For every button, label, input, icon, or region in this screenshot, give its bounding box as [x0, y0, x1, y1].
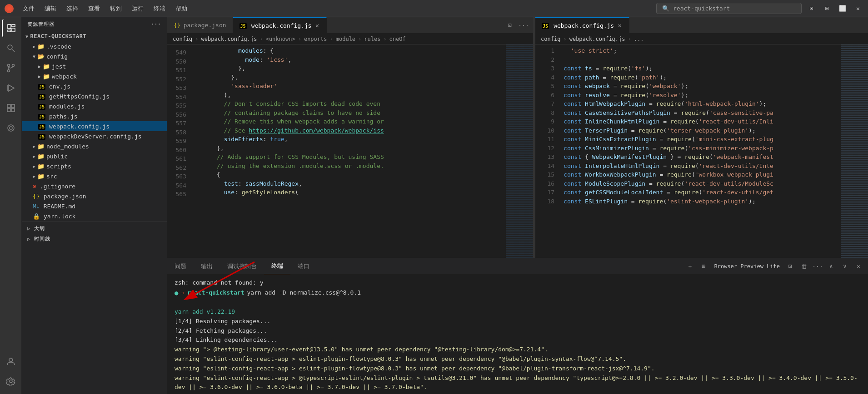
panel-tab-bar: 问题 输出 调试控制台 终端 端口 + ⊞ Browser Preview Li…	[167, 258, 868, 275]
json-file-icon: {}	[174, 22, 181, 29]
prompt-dir: react-quickstart	[187, 288, 244, 298]
tab-terminal[interactable]: 终端	[264, 258, 290, 274]
breadcrumb-oneof: oneOf	[389, 36, 406, 42]
prompt-command: yarn add -D normalize.css@^8.0.1	[247, 288, 361, 298]
tree-root[interactable]: ▼ REACT-QUICKSTART	[22, 31, 167, 41]
sidebar-more[interactable]: ···	[151, 21, 161, 27]
delete-terminal-button[interactable]: 🗑	[798, 261, 810, 272]
activity-account[interactable]	[2, 352, 20, 370]
menu-view[interactable]: 查看	[84, 3, 105, 15]
terminal-yarn-version: yarn add v1.22.19	[175, 307, 861, 317]
sidebar-item-yarnlock[interactable]: 🔒 yarn.lock	[22, 211, 167, 221]
sidebar-item-public[interactable]: ▶ 📁 public	[22, 151, 167, 161]
browser-preview-label: Browser Preview Lite	[712, 263, 783, 270]
js-file-icon: JS	[38, 133, 45, 140]
activity-git[interactable]	[2, 119, 20, 137]
window-controls: ⊡ ⊞ ⬜ ✕	[805, 4, 864, 14]
menu-run[interactable]: 运行	[127, 3, 148, 15]
sidebar-item-scripts[interactable]: ▶ 📁 scripts	[22, 161, 167, 171]
more-actions-button[interactable]: ···	[518, 20, 529, 31]
split-terminal-button[interactable]: ⊞	[698, 261, 710, 272]
layout-toggle[interactable]: ⊞	[821, 4, 833, 14]
tab-output[interactable]: 输出	[194, 258, 220, 274]
panel-toggle[interactable]: ⬜	[836, 4, 849, 14]
search-bar[interactable]: 🔍 react-quickstart	[656, 3, 802, 14]
menu-terminal[interactable]: 终端	[149, 3, 170, 15]
outline-section: ▷ 大纲 ▷ 时间线	[22, 221, 167, 246]
sidebar-item-paths[interactable]: JS paths.js	[22, 111, 167, 121]
panel-up-button[interactable]: ∧	[825, 261, 837, 272]
activity-explorer[interactable]	[2, 19, 20, 37]
sidebar-item-webpack[interactable]: ▶ 📁 webpack	[22, 71, 167, 81]
sidebar-item-src[interactable]: ▶ 📁 src	[22, 171, 167, 181]
menu-select[interactable]: 选择	[62, 3, 83, 15]
terminal-line: [3/4] Linking dependencies...	[175, 335, 861, 345]
sidebar-item-httpsconfig[interactable]: JS getHttpsConfig.js	[22, 91, 167, 101]
sidebar-item-config[interactable]: ▼ 📂 config	[22, 51, 167, 61]
sidebar-item-webpackconfig[interactable]: JS webpack.config.js	[22, 121, 167, 131]
tab-close-button[interactable]: ✕	[617, 22, 622, 29]
code-line: // containing package claims to have no …	[190, 108, 506, 118]
sidebar-item-jest[interactable]: ▶ 📁 jest	[22, 61, 167, 71]
tab-webpackconfig-right[interactable]: JS webpack.config.js ✕	[535, 17, 629, 33]
outline-header[interactable]: ▷ 大纲	[22, 223, 167, 234]
tree-label: package.json	[44, 193, 86, 200]
new-terminal-button[interactable]: +	[684, 261, 696, 272]
code-line: // See https://github.com/webpack/webpac…	[190, 126, 506, 135]
sidebar-item-webpackdevserver[interactable]: JS webpackDevServer.config.js	[22, 131, 167, 141]
panel-actions: + ⊞ Browser Preview Lite ⊡ 🗑 ··· ∧ ∨ ✕	[681, 258, 868, 274]
code-line: const path = require('path');	[558, 73, 841, 82]
tab-problems[interactable]: 问题	[167, 258, 194, 274]
timeline-header[interactable]: ▷ 时间线	[22, 234, 167, 244]
activity-extensions[interactable]	[2, 99, 20, 117]
maximize[interactable]: ✕	[852, 4, 864, 14]
activity-search[interactable]	[2, 39, 20, 57]
tab-label: package.json	[184, 22, 226, 29]
breadcrumb-config: config	[541, 36, 560, 42]
menu-goto[interactable]: 转到	[105, 3, 126, 15]
tree-label: modules.js	[49, 103, 85, 110]
maximize-panel-button[interactable]: ⊡	[784, 261, 796, 272]
sidebar-item-modules[interactable]: JS modules.js	[22, 101, 167, 111]
sidebar-item-nodemodules[interactable]: ▶ 📁 node_modules	[22, 141, 167, 151]
tab-debug-console[interactable]: 调试控制台	[220, 258, 264, 274]
svg-line-8	[12, 49, 15, 52]
code-line: const ESLintPlugin = require('eslint-web…	[558, 197, 841, 206]
tab-packagejson[interactable]: {} package.json	[167, 17, 233, 33]
tree-label: .gitignore	[40, 183, 75, 190]
tree-label: scripts	[46, 163, 71, 170]
tab-ports[interactable]: 端口	[290, 258, 317, 274]
menu-file[interactable]: 文件	[18, 3, 39, 15]
activity-run[interactable]	[2, 79, 20, 97]
terminal-warning-4: warning "eslint-config-react-app > @type…	[175, 374, 861, 393]
sidebar-item-packagejson[interactable]: {} package.json	[22, 191, 167, 201]
panel-down-button[interactable]: ∨	[839, 261, 851, 272]
menu-help[interactable]: 帮助	[171, 3, 192, 15]
code-line: mode: 'icss',	[190, 55, 506, 64]
tab-webpackconfig-left[interactable]: JS webpack.config.js ✕	[233, 17, 327, 33]
sidebar-item-env[interactable]: JS env.js	[22, 81, 167, 91]
code-line: const InterpolateHtmlPlugin = require('r…	[558, 162, 841, 171]
sidebar-item-gitignore[interactable]: ⊗ .gitignore	[22, 181, 167, 191]
activity-settings[interactable]	[2, 372, 20, 390]
breadcrumb-file: webpack.config.js	[201, 36, 257, 42]
app-logo	[4, 3, 15, 14]
split-editor-button[interactable]: ⊡	[504, 20, 516, 31]
editor-area: {} package.json JS webpack.config.js ✕ ⊡…	[167, 17, 868, 394]
tab-close-button[interactable]: ✕	[314, 22, 320, 29]
code-line: },	[190, 64, 506, 73]
more-panel-actions[interactable]: ···	[812, 261, 823, 272]
code-line	[558, 55, 841, 64]
terminal-text: [3/4] Linking dependencies...	[175, 336, 278, 343]
close-panel-button[interactable]: ✕	[853, 261, 864, 272]
sidebar-toggle[interactable]: ⊡	[805, 4, 818, 14]
folder-open-icon: 📂	[37, 53, 45, 60]
code-line: const CssMinimizerPlugin = require('css-…	[558, 144, 841, 153]
code-line: 'sass-loader'	[190, 82, 506, 91]
sidebar-item-vscode[interactable]: ▶ 📁 .vscode	[22, 41, 167, 51]
sidebar-item-readme[interactable]: M↓ README.md	[22, 201, 167, 211]
folder-icon: 📁	[37, 43, 45, 50]
code-line: const CaseSensitivePathsPlugin = require…	[558, 108, 841, 118]
activity-source-control[interactable]	[2, 59, 20, 77]
menu-edit[interactable]: 编辑	[40, 3, 61, 15]
